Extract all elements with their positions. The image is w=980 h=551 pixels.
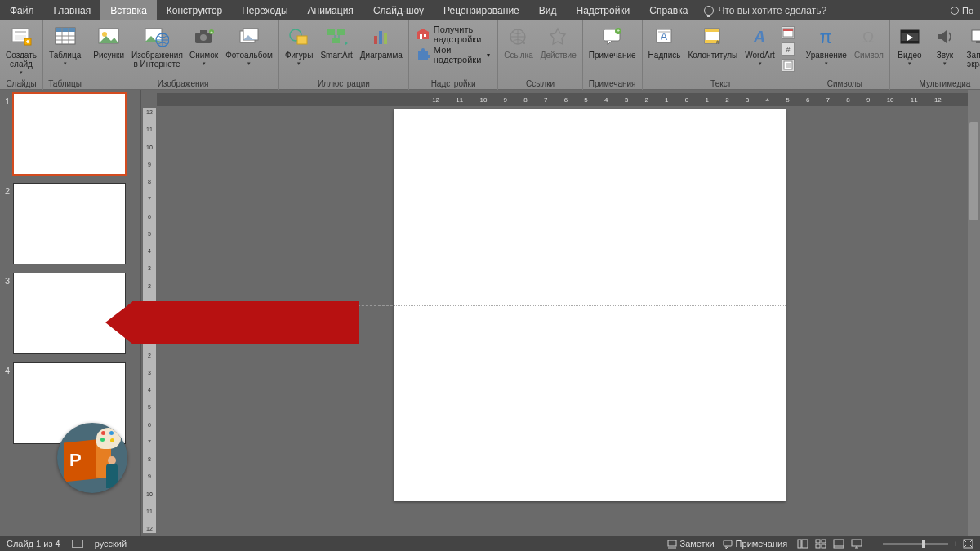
chart-button[interactable]: Диаграмма — [357, 23, 406, 61]
equation-button[interactable]: π Уравнение ▾ — [803, 23, 850, 69]
date-time-button[interactable] — [782, 26, 795, 39]
thumb-number: 4 — [0, 362, 13, 444]
get-addins-button[interactable]: Получить надстройки — [416, 25, 490, 43]
group-symbols: π Уравнение ▾ Ω Символ Символы — [800, 20, 890, 90]
group-label-slides: Слайды — [0, 78, 42, 90]
svg-text:+: + — [210, 29, 213, 34]
group-images: Рисунки Изображения в Интернете + Снимок… — [87, 20, 279, 90]
camera-icon: + — [192, 24, 216, 49]
tell-me-search[interactable]: Что вы хотите сделать? — [704, 0, 826, 20]
tab-animations[interactable]: Анимация — [298, 0, 363, 20]
slide-thumbnail-1[interactable] — [13, 93, 126, 175]
svg-rect-64 — [802, 540, 808, 548]
svg-rect-7 — [56, 28, 75, 32]
svg-rect-47 — [783, 29, 793, 31]
slideshow-view-button[interactable] — [849, 538, 864, 549]
audio-button[interactable]: Звук ▾ — [928, 23, 962, 69]
tab-design[interactable]: Конструктор — [157, 0, 232, 20]
normal-view-button[interactable] — [795, 538, 810, 549]
sorter-view-button[interactable] — [813, 538, 828, 549]
object-button[interactable] — [782, 59, 795, 72]
zoom-out-button[interactable]: − — [872, 539, 877, 549]
tab-addins[interactable]: Надстройки — [566, 0, 639, 20]
svg-rect-30 — [384, 33, 387, 44]
group-label-links: Ссылки — [498, 78, 581, 90]
notes-button[interactable]: Заметки — [667, 539, 715, 549]
new-slide-button[interactable]: Создать слайд ▾ — [2, 23, 40, 78]
shapes-icon — [287, 24, 311, 49]
smartart-button[interactable]: SmartArt — [317, 23, 355, 61]
shapes-button[interactable]: Фигуры ▾ — [282, 23, 316, 69]
group-addins: Получить надстройки Мои надстройки ▾ Над… — [409, 20, 498, 90]
scrollbar-thumb[interactable] — [969, 122, 978, 220]
zoom-control[interactable]: − + — [872, 539, 973, 549]
group-label-comments: Примечания — [583, 78, 642, 90]
online-pictures-button[interactable]: Изображения в Интернете — [128, 23, 185, 70]
slide-counter: Слайд 1 из 4 — [7, 539, 60, 549]
svg-point-13 — [102, 32, 107, 37]
wordart-button[interactable]: A WordArt ▾ — [742, 23, 778, 69]
slide-thumbnail-2[interactable] — [13, 183, 126, 264]
account-button[interactable]: По — [951, 0, 973, 20]
photo-album-button[interactable]: Фотоальбом ▾ — [222, 23, 276, 69]
vertical-scrollbar[interactable] — [968, 90, 980, 536]
audio-icon — [933, 24, 957, 49]
action-button[interactable]: Действие — [537, 23, 580, 61]
reading-view-button[interactable] — [831, 538, 846, 549]
tab-file[interactable]: Файл — [0, 0, 44, 20]
svg-text:π: π — [819, 27, 831, 47]
zoom-slider[interactable] — [883, 543, 948, 545]
svg-rect-32 — [420, 34, 422, 39]
spellcheck-icon[interactable] — [72, 540, 83, 548]
svg-rect-26 — [337, 29, 345, 35]
dropdown-arrow-icon: ▾ — [247, 60, 251, 67]
symbol-button[interactable]: Ω Символ — [851, 23, 887, 61]
screenshot-button[interactable]: + Снимок ▾ — [186, 23, 221, 69]
svg-rect-1 — [15, 31, 26, 33]
svg-rect-67 — [816, 544, 820, 548]
tab-view[interactable]: Вид — [529, 0, 567, 20]
group-tables: Таблица ▾ Таблицы — [43, 20, 87, 90]
language-indicator[interactable]: русский — [95, 539, 127, 549]
screen-recording-icon — [968, 24, 980, 49]
tab-home[interactable]: Главная — [44, 0, 101, 20]
fit-to-window-button[interactable] — [963, 539, 973, 549]
menu-bar: Файл Главная Вставка Конструктор Переход… — [0, 0, 980, 20]
comments-button[interactable]: Примечания — [723, 539, 788, 549]
my-addins-button[interactable]: Мои надстройки ▾ — [416, 46, 490, 64]
screen-recording-button[interactable]: Запись экрана — [963, 23, 980, 70]
slide-canvas[interactable] — [394, 109, 786, 501]
symbol-icon: Ω — [857, 24, 881, 49]
dropdown-arrow-icon: ▾ — [943, 60, 947, 67]
slide-number-button[interactable]: # — [782, 42, 795, 56]
header-footer-button[interactable]: # Колонтитулы — [684, 23, 741, 61]
action-icon — [546, 24, 571, 49]
tab-help[interactable]: Справка — [639, 0, 697, 20]
svg-rect-57 — [976, 41, 980, 43]
chart-icon — [369, 24, 394, 49]
svg-text:Ω: Ω — [862, 29, 874, 46]
zoom-in-button[interactable]: + — [953, 539, 958, 549]
horizontal-guide — [394, 305, 786, 306]
store-icon — [416, 28, 430, 41]
tab-slideshow[interactable]: Слайд-шоу — [363, 0, 434, 20]
table-button[interactable]: Таблица ▾ — [46, 23, 84, 69]
comment-icon: + — [600, 24, 625, 49]
online-pictures-icon — [145, 24, 169, 49]
dropdown-arrow-icon: ▾ — [64, 60, 67, 67]
hyperlink-button[interactable]: Ссылка — [501, 23, 536, 61]
textbox-button[interactable]: A Надпись — [645, 23, 684, 61]
video-button[interactable]: Видео ▾ — [893, 23, 927, 69]
svg-rect-55 — [901, 41, 919, 43]
textbox-icon: A — [653, 24, 677, 49]
pictures-button[interactable]: Рисунки — [90, 23, 127, 61]
new-comment-button[interactable]: + Примечание — [586, 23, 639, 61]
svg-rect-50 — [786, 63, 791, 68]
group-label-tables: Таблицы — [43, 78, 87, 90]
group-label-images: Изображения — [87, 78, 278, 90]
tab-insert[interactable]: Вставка — [100, 0, 157, 20]
tab-transitions[interactable]: Переходы — [232, 0, 297, 20]
tab-review[interactable]: Рецензирование — [434, 0, 529, 20]
notes-icon — [667, 540, 677, 549]
dropdown-arrow-icon: ▾ — [203, 60, 206, 67]
